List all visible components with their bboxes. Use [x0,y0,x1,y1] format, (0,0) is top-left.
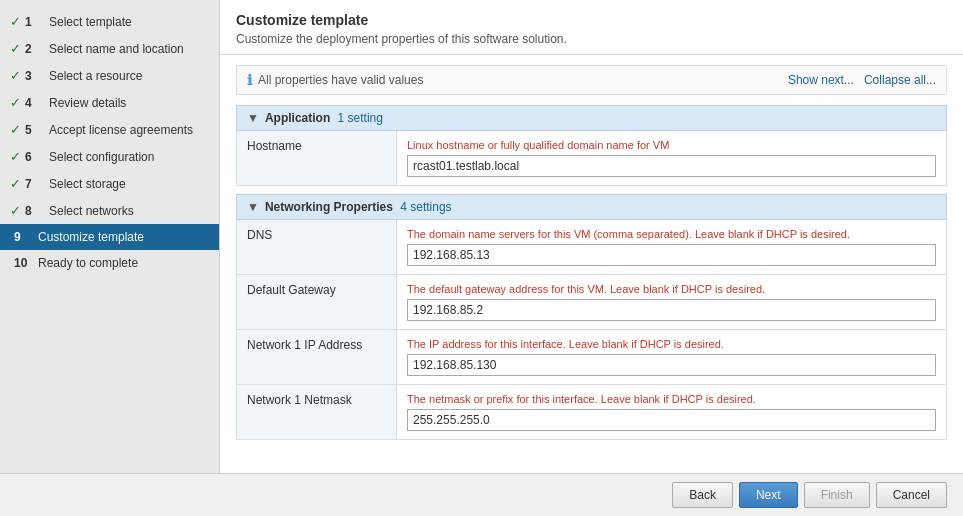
sidebar-item-4[interactable]: ✓ 4 Review details [0,89,219,116]
prop-input[interactable] [407,354,936,376]
collapse-arrow[interactable]: ▼ [247,200,259,214]
section-header-row: ▼Networking Properties 4 settings [237,195,947,220]
step-label: Accept license agreements [49,123,193,137]
footer: Back Next Finish Cancel [0,473,963,516]
step-number: 8 [25,204,43,218]
section-header-row: ▼Application 1 setting [237,106,947,131]
prop-value: The default gateway address for this VM.… [397,275,947,330]
next-button[interactable]: Next [739,482,798,508]
section-count: 4 settings [397,200,452,214]
sidebar-item-5[interactable]: ✓ 5 Accept license agreements [0,116,219,143]
prop-label: Hostname [237,131,397,186]
sidebar-item-8[interactable]: ✓ 8 Select networks [0,197,219,224]
section-name: Networking Properties [265,200,393,214]
content-body: ℹ All properties have valid values Show … [220,55,963,473]
step-number: 3 [25,69,43,83]
content-title: Customize template [236,12,947,28]
step-check: ✓ [10,95,21,110]
prop-label: Network 1 IP Address [237,330,397,385]
step-check: ✓ [10,176,21,191]
prop-value: The IP address for this interface. Leave… [397,330,947,385]
property-row: DNS The domain name servers for this VM … [237,220,947,275]
step-check: ✓ [10,41,21,56]
prop-description: The IP address for this interface. Leave… [407,338,936,350]
step-number: 4 [25,96,43,110]
step-number: 9 [14,230,32,244]
step-label: Select networks [49,204,134,218]
prop-label: Network 1 Netmask [237,385,397,440]
sidebar-item-1[interactable]: ✓ 1 Select template [0,8,219,35]
section-name: Application [265,111,330,125]
sidebar-item-7[interactable]: ✓ 7 Select storage [0,170,219,197]
info-bar: ℹ All properties have valid values Show … [236,65,947,95]
sidebar-item-9[interactable]: 9 Customize template [0,224,219,250]
sidebar-item-3[interactable]: ✓ 3 Select a resource [0,62,219,89]
back-button[interactable]: Back [672,482,733,508]
collapse-all-link[interactable]: Collapse all... [864,73,936,87]
prop-description: Linux hostname or fully qualified domain… [407,139,936,151]
step-label: Ready to complete [38,256,138,270]
finish-button[interactable]: Finish [804,482,870,508]
prop-value: Linux hostname or fully qualified domain… [397,131,947,186]
sidebar-item-2[interactable]: ✓ 2 Select name and location [0,35,219,62]
step-number: 6 [25,150,43,164]
section-table: ▼Application 1 setting Hostname Linux ho… [236,105,947,186]
prop-input[interactable] [407,299,936,321]
cancel-button[interactable]: Cancel [876,482,947,508]
collapse-arrow[interactable]: ▼ [247,111,259,125]
prop-value: The netmask or prefix for this interface… [397,385,947,440]
section-table: ▼Networking Properties 4 settings DNS Th… [236,194,947,440]
prop-label: DNS [237,220,397,275]
sections-container: ▼Application 1 setting Hostname Linux ho… [236,105,947,448]
section-count: 1 setting [334,111,383,125]
step-number: 7 [25,177,43,191]
step-check: ✓ [10,122,21,137]
show-next-link[interactable]: Show next... [788,73,854,87]
sidebar-item-6[interactable]: ✓ 6 Select configuration [0,143,219,170]
step-label: Review details [49,96,126,110]
step-check: ✓ [10,203,21,218]
prop-input[interactable] [407,244,936,266]
step-check: ✓ [10,68,21,83]
content-header: Customize template Customize the deploym… [220,0,963,55]
step-label: Select a resource [49,69,142,83]
property-row: Default Gateway The default gateway addr… [237,275,947,330]
step-label: Customize template [38,230,144,244]
info-icon: ℹ [247,72,252,88]
step-number: 5 [25,123,43,137]
step-check: ✓ [10,149,21,164]
main-content: Customize template Customize the deploym… [220,0,963,473]
step-number: 10 [14,256,32,270]
sidebar-item-10[interactable]: 10 Ready to complete [0,250,219,276]
step-label: Select configuration [49,150,154,164]
property-row: Network 1 Netmask The netmask or prefix … [237,385,947,440]
step-label: Select template [49,15,132,29]
prop-value: The domain name servers for this VM (com… [397,220,947,275]
prop-input[interactable] [407,155,936,177]
step-number: 1 [25,15,43,29]
step-label: Select name and location [49,42,184,56]
property-row: Hostname Linux hostname or fully qualifi… [237,131,947,186]
content-subtitle: Customize the deployment properties of t… [236,32,947,46]
step-check: ✓ [10,14,21,29]
prop-label: Default Gateway [237,275,397,330]
prop-description: The default gateway address for this VM.… [407,283,936,295]
step-label: Select storage [49,177,126,191]
info-message: All properties have valid values [258,73,423,87]
prop-description: The netmask or prefix for this interface… [407,393,936,405]
prop-input[interactable] [407,409,936,431]
prop-description: The domain name servers for this VM (com… [407,228,936,240]
sidebar: ✓ 1 Select template ✓ 2 Select name and … [0,0,220,473]
step-number: 2 [25,42,43,56]
property-row: Network 1 IP Address The IP address for … [237,330,947,385]
